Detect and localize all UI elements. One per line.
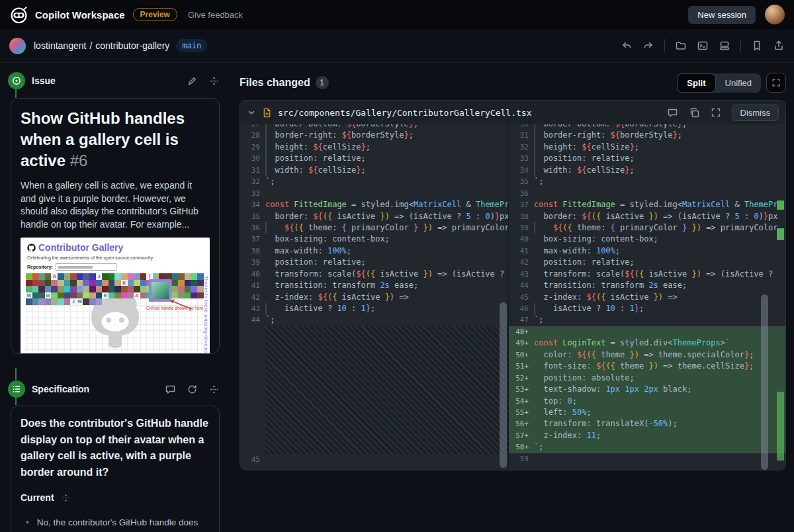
avatar-cell <box>96 286 103 292</box>
terminal-icon[interactable] <box>697 40 709 52</box>
repo-owner[interactable]: lostintangent <box>34 40 86 51</box>
code-line: 57+ z-index: 11; <box>509 430 785 441</box>
undo-icon[interactable] <box>621 40 633 52</box>
comment-icon[interactable] <box>165 384 176 395</box>
sidebar: Issue Show GitHub handles when a gallery… <box>0 63 230 532</box>
avatar-cell <box>191 280 197 287</box>
current-label: Current <box>21 492 54 503</box>
code-line: 37const FittedImage = styled.img<MatrixC… <box>509 199 785 210</box>
avatar-cell <box>89 298 96 305</box>
avatar-cell <box>134 273 140 280</box>
give-feedback-link[interactable]: Give feedback <box>188 10 243 20</box>
avatar-cell <box>70 286 77 292</box>
avatar-cell <box>178 273 185 280</box>
expand-icon[interactable] <box>711 107 721 118</box>
unified-view-button[interactable]: Unified <box>716 73 761 93</box>
avatar-cell <box>140 280 147 287</box>
fullscreen-button[interactable] <box>766 73 786 93</box>
avatar-cell <box>109 280 115 287</box>
annotation-text: GitHub handle should go here <box>146 306 203 310</box>
avatar-cell <box>38 280 45 287</box>
avatar-cell <box>77 273 83 280</box>
copy-icon[interactable] <box>689 107 700 118</box>
avatar-cell <box>38 286 45 292</box>
avatar-cell <box>114 273 121 280</box>
new-session-button[interactable]: New session <box>688 6 756 24</box>
code-line: 38 border: ${({ isActive }) => (isActive… <box>509 211 785 222</box>
code-line: 37 box-sizing: content-box; <box>240 234 508 245</box>
gallery-repository-label: Repository: <box>27 265 53 269</box>
gallery-repository-input[interactable] <box>56 263 116 271</box>
iterate-icon[interactable] <box>208 384 220 395</box>
avatar-cell <box>64 292 71 299</box>
comment-icon[interactable] <box>667 107 678 118</box>
avatar-cell <box>140 292 147 299</box>
codespace-icon[interactable] <box>719 40 730 52</box>
bullet-text-line1: No, the contributor's GitHub handle does <box>37 517 198 527</box>
avatar-cell <box>58 298 64 305</box>
redo-icon[interactable] <box>642 40 654 52</box>
avatar-cell <box>58 273 64 280</box>
code-line: 40 box-sizing: content-box; <box>509 234 785 245</box>
avatar-cell <box>178 280 185 287</box>
diff-pane-new: 30 border-bottom: ${borderStyle};31 bord… <box>509 124 785 470</box>
issue-number[interactable]: #6 <box>70 152 88 169</box>
code-line: 53+ text-shadow: 1px 1px 2px black; <box>509 384 785 395</box>
dismiss-button[interactable]: Dismiss <box>732 105 779 121</box>
code-line: 44`; <box>240 314 508 326</box>
avatar-cell <box>64 280 71 287</box>
code-line: 31 border-right: ${borderStyle}; <box>509 130 785 141</box>
regenerate-icon[interactable] <box>187 384 198 395</box>
avatar-cell <box>140 273 147 280</box>
collapse-chevron-icon[interactable] <box>247 108 256 117</box>
code-line: 41 transition: transform 2s ease; <box>240 280 508 291</box>
avatar-cell <box>140 286 147 292</box>
diff-card: src/components/Gallery/ContributorGaller… <box>240 100 786 470</box>
avatar-cell <box>51 298 58 305</box>
repo-name[interactable]: contributor-gallery <box>95 40 169 51</box>
avatar-cell <box>32 280 39 287</box>
avatar-cell <box>134 280 140 287</box>
repo-owner-avatar[interactable] <box>9 38 26 54</box>
iterate-icon[interactable] <box>208 75 220 87</box>
code-line: 33 <box>240 188 508 199</box>
avatar-cell <box>134 286 140 292</box>
code-line: 32`; <box>240 176 508 187</box>
files-icon[interactable] <box>675 40 687 52</box>
issue-screenshot: Contributor Gallery Celebrating the awes… <box>21 238 210 354</box>
avatar-cell <box>102 286 109 292</box>
code-line: 33 position: relative; <box>509 153 785 164</box>
user-avatar[interactable] <box>765 5 785 24</box>
code-line: 42 position: relative; <box>509 257 785 268</box>
bookmark-icon[interactable] <box>751 40 763 52</box>
code-line: 38 max-width: 100%; <box>240 245 508 257</box>
avatar-cell: B <box>102 292 109 299</box>
avatar-cell: J <box>70 298 77 305</box>
avatar-cell <box>102 273 109 280</box>
avatar-cell <box>77 280 83 287</box>
share-icon[interactable] <box>773 40 785 52</box>
avatar-cell <box>51 280 58 287</box>
avatar-cell <box>128 273 134 280</box>
avatar-cell <box>77 286 83 292</box>
iterate-icon[interactable] <box>61 493 71 503</box>
file-path[interactable]: src/components/Gallery/ContributorGaller… <box>278 108 532 118</box>
avatar-cell <box>185 286 191 292</box>
code-line: 35`; <box>509 176 785 187</box>
diff-panes: 27 border-bottom: ${borderStyle};28 bord… <box>240 124 785 470</box>
avatar-cell <box>121 273 128 280</box>
edit-pencil-icon[interactable] <box>187 75 198 87</box>
avatar-cell <box>83 273 89 280</box>
right-pane-scrollbar[interactable] <box>761 294 768 470</box>
split-view-button[interactable]: Split <box>677 73 715 93</box>
code-line: 54+ top: 0; <box>509 396 785 407</box>
avatar-cell <box>77 292 83 299</box>
left-pane-scrollbar[interactable] <box>500 302 507 468</box>
avatar-cell <box>83 292 89 299</box>
avatar-cell <box>38 292 45 299</box>
branch-badge[interactable]: main <box>176 39 207 52</box>
code-line: 55+ left: 50%; <box>509 407 785 418</box>
issue-card: Show GitHub handles when a gallery cell … <box>11 98 220 354</box>
code-line: 40 transform: scale(${({ isActive }) => … <box>240 269 508 280</box>
avatar-cell <box>38 273 45 280</box>
